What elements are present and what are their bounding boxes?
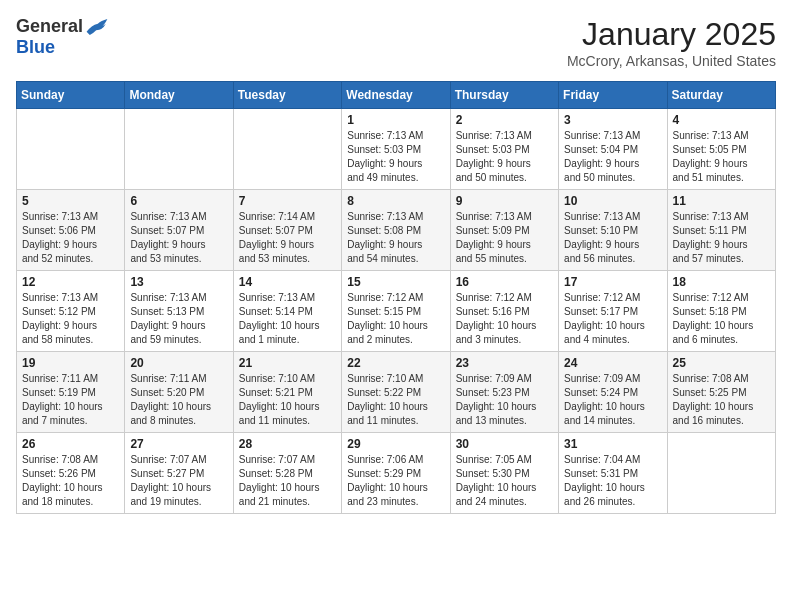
calendar-cell: 21Sunrise: 7:10 AM Sunset: 5:21 PM Dayli… [233,352,341,433]
weekday-header-row: SundayMondayTuesdayWednesdayThursdayFrid… [17,82,776,109]
day-info: Sunrise: 7:13 AM Sunset: 5:06 PM Dayligh… [22,210,119,266]
day-info: Sunrise: 7:13 AM Sunset: 5:14 PM Dayligh… [239,291,336,347]
title-block: January 2025 McCrory, Arkansas, United S… [567,16,776,69]
calendar-cell: 4Sunrise: 7:13 AM Sunset: 5:05 PM Daylig… [667,109,775,190]
calendar-cell [17,109,125,190]
day-info: Sunrise: 7:13 AM Sunset: 5:03 PM Dayligh… [347,129,444,185]
day-info: Sunrise: 7:13 AM Sunset: 5:11 PM Dayligh… [673,210,770,266]
day-number: 7 [239,194,336,208]
calendar-cell: 23Sunrise: 7:09 AM Sunset: 5:23 PM Dayli… [450,352,558,433]
day-number: 23 [456,356,553,370]
day-info: Sunrise: 7:06 AM Sunset: 5:29 PM Dayligh… [347,453,444,509]
day-info: Sunrise: 7:13 AM Sunset: 5:03 PM Dayligh… [456,129,553,185]
calendar-cell: 16Sunrise: 7:12 AM Sunset: 5:16 PM Dayli… [450,271,558,352]
calendar-cell: 30Sunrise: 7:05 AM Sunset: 5:30 PM Dayli… [450,433,558,514]
day-number: 28 [239,437,336,451]
calendar-cell: 10Sunrise: 7:13 AM Sunset: 5:10 PM Dayli… [559,190,667,271]
page-header: General Blue January 2025 McCrory, Arkan… [16,16,776,69]
day-number: 30 [456,437,553,451]
day-info: Sunrise: 7:13 AM Sunset: 5:13 PM Dayligh… [130,291,227,347]
calendar-cell: 27Sunrise: 7:07 AM Sunset: 5:27 PM Dayli… [125,433,233,514]
calendar-cell: 1Sunrise: 7:13 AM Sunset: 5:03 PM Daylig… [342,109,450,190]
day-info: Sunrise: 7:12 AM Sunset: 5:16 PM Dayligh… [456,291,553,347]
day-number: 16 [456,275,553,289]
day-number: 12 [22,275,119,289]
day-info: Sunrise: 7:13 AM Sunset: 5:07 PM Dayligh… [130,210,227,266]
day-number: 18 [673,275,770,289]
day-info: Sunrise: 7:13 AM Sunset: 5:08 PM Dayligh… [347,210,444,266]
day-info: Sunrise: 7:05 AM Sunset: 5:30 PM Dayligh… [456,453,553,509]
weekday-header-tuesday: Tuesday [233,82,341,109]
weekday-header-saturday: Saturday [667,82,775,109]
calendar-cell [233,109,341,190]
day-info: Sunrise: 7:09 AM Sunset: 5:24 PM Dayligh… [564,372,661,428]
week-row-3: 12Sunrise: 7:13 AM Sunset: 5:12 PM Dayli… [17,271,776,352]
day-info: Sunrise: 7:08 AM Sunset: 5:25 PM Dayligh… [673,372,770,428]
calendar-cell: 8Sunrise: 7:13 AM Sunset: 5:08 PM Daylig… [342,190,450,271]
calendar-cell [667,433,775,514]
calendar-cell [125,109,233,190]
day-number: 19 [22,356,119,370]
calendar-cell: 31Sunrise: 7:04 AM Sunset: 5:31 PM Dayli… [559,433,667,514]
day-number: 25 [673,356,770,370]
day-info: Sunrise: 7:07 AM Sunset: 5:28 PM Dayligh… [239,453,336,509]
weekday-header-thursday: Thursday [450,82,558,109]
weekday-header-friday: Friday [559,82,667,109]
day-info: Sunrise: 7:13 AM Sunset: 5:09 PM Dayligh… [456,210,553,266]
weekday-header-monday: Monday [125,82,233,109]
day-number: 2 [456,113,553,127]
logo: General Blue [16,16,109,58]
day-number: 1 [347,113,444,127]
day-number: 14 [239,275,336,289]
calendar-cell: 5Sunrise: 7:13 AM Sunset: 5:06 PM Daylig… [17,190,125,271]
day-info: Sunrise: 7:07 AM Sunset: 5:27 PM Dayligh… [130,453,227,509]
day-number: 27 [130,437,227,451]
week-row-1: 1Sunrise: 7:13 AM Sunset: 5:03 PM Daylig… [17,109,776,190]
day-info: Sunrise: 7:13 AM Sunset: 5:04 PM Dayligh… [564,129,661,185]
day-info: Sunrise: 7:13 AM Sunset: 5:05 PM Dayligh… [673,129,770,185]
calendar-cell: 17Sunrise: 7:12 AM Sunset: 5:17 PM Dayli… [559,271,667,352]
day-info: Sunrise: 7:12 AM Sunset: 5:17 PM Dayligh… [564,291,661,347]
day-number: 10 [564,194,661,208]
day-number: 29 [347,437,444,451]
calendar-cell: 11Sunrise: 7:13 AM Sunset: 5:11 PM Dayli… [667,190,775,271]
day-number: 17 [564,275,661,289]
day-info: Sunrise: 7:13 AM Sunset: 5:10 PM Dayligh… [564,210,661,266]
calendar-title: January 2025 [567,16,776,53]
logo-bird-icon [85,17,109,37]
calendar-cell: 12Sunrise: 7:13 AM Sunset: 5:12 PM Dayli… [17,271,125,352]
calendar-cell: 28Sunrise: 7:07 AM Sunset: 5:28 PM Dayli… [233,433,341,514]
calendar-cell: 6Sunrise: 7:13 AM Sunset: 5:07 PM Daylig… [125,190,233,271]
calendar-cell: 15Sunrise: 7:12 AM Sunset: 5:15 PM Dayli… [342,271,450,352]
day-number: 9 [456,194,553,208]
week-row-2: 5Sunrise: 7:13 AM Sunset: 5:06 PM Daylig… [17,190,776,271]
calendar-cell: 26Sunrise: 7:08 AM Sunset: 5:26 PM Dayli… [17,433,125,514]
day-number: 3 [564,113,661,127]
week-row-4: 19Sunrise: 7:11 AM Sunset: 5:19 PM Dayli… [17,352,776,433]
calendar-cell: 22Sunrise: 7:10 AM Sunset: 5:22 PM Dayli… [342,352,450,433]
day-info: Sunrise: 7:04 AM Sunset: 5:31 PM Dayligh… [564,453,661,509]
calendar-cell: 19Sunrise: 7:11 AM Sunset: 5:19 PM Dayli… [17,352,125,433]
calendar-cell: 13Sunrise: 7:13 AM Sunset: 5:13 PM Dayli… [125,271,233,352]
weekday-header-sunday: Sunday [17,82,125,109]
day-info: Sunrise: 7:11 AM Sunset: 5:20 PM Dayligh… [130,372,227,428]
day-number: 8 [347,194,444,208]
day-number: 4 [673,113,770,127]
day-number: 22 [347,356,444,370]
calendar-cell: 3Sunrise: 7:13 AM Sunset: 5:04 PM Daylig… [559,109,667,190]
day-info: Sunrise: 7:09 AM Sunset: 5:23 PM Dayligh… [456,372,553,428]
calendar-cell: 7Sunrise: 7:14 AM Sunset: 5:07 PM Daylig… [233,190,341,271]
day-info: Sunrise: 7:08 AM Sunset: 5:26 PM Dayligh… [22,453,119,509]
day-number: 11 [673,194,770,208]
day-number: 24 [564,356,661,370]
calendar-cell: 18Sunrise: 7:12 AM Sunset: 5:18 PM Dayli… [667,271,775,352]
day-info: Sunrise: 7:10 AM Sunset: 5:22 PM Dayligh… [347,372,444,428]
day-info: Sunrise: 7:14 AM Sunset: 5:07 PM Dayligh… [239,210,336,266]
calendar-cell: 24Sunrise: 7:09 AM Sunset: 5:24 PM Dayli… [559,352,667,433]
calendar-subtitle: McCrory, Arkansas, United States [567,53,776,69]
day-info: Sunrise: 7:13 AM Sunset: 5:12 PM Dayligh… [22,291,119,347]
day-info: Sunrise: 7:12 AM Sunset: 5:15 PM Dayligh… [347,291,444,347]
day-number: 21 [239,356,336,370]
calendar-cell: 9Sunrise: 7:13 AM Sunset: 5:09 PM Daylig… [450,190,558,271]
day-number: 6 [130,194,227,208]
